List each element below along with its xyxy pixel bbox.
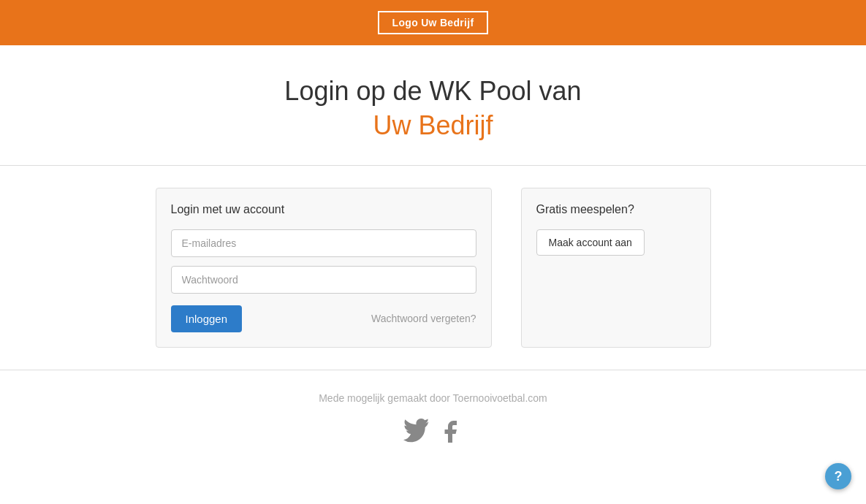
register-card: Gratis meespelen? Maak account aan [521,188,711,348]
page-title-block: Login op de WK Pool van Uw Bedrijf [284,75,581,143]
login-card-heading: Login met uw account [171,203,476,216]
password-input[interactable] [171,266,476,294]
site-header: Logo Uw Bedrijf [0,0,866,45]
help-button[interactable]: ? [825,463,851,489]
login-actions: Inloggen Wachtwoord vergeten? [171,305,476,332]
attribution-text: Mede mogelijk gemaakt door Toernooivoetb… [319,392,547,404]
logo-button[interactable]: Logo Uw Bedrijf [378,11,489,34]
login-card: Login met uw account Inloggen Wachtwoord… [156,188,492,348]
cards-row: Login met uw account Inloggen Wachtwoord… [156,188,711,348]
login-button[interactable]: Inloggen [171,305,243,332]
facebook-icon[interactable] [437,419,463,451]
main-content: Login op de WK Pool van Uw Bedrijf Login… [0,45,866,465]
top-divider [0,165,866,166]
email-input[interactable] [171,229,476,257]
register-card-heading: Gratis meespelen? [536,203,696,216]
footer: Mede mogelijk gemaakt door Toernooivoetb… [319,392,547,465]
social-icons [403,419,463,451]
page-title: Login op de WK Pool van Uw Bedrijf [284,75,581,143]
twitter-icon[interactable] [403,419,430,451]
bottom-divider [0,370,866,370]
create-account-button[interactable]: Maak account aan [536,229,645,256]
forgot-password-link[interactable]: Wachtwoord vergeten? [371,313,476,324]
